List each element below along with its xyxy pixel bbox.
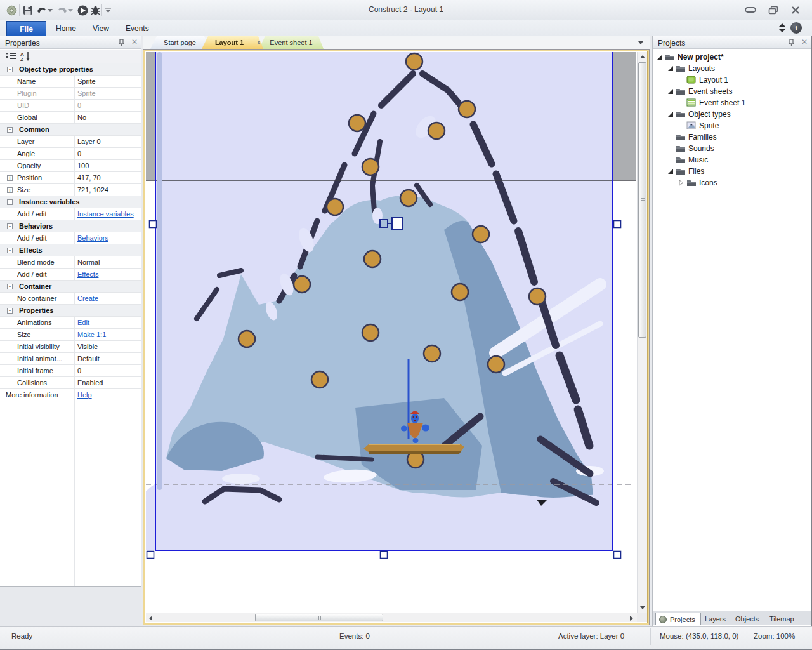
- collapse-icon[interactable]: -: [7, 223, 13, 229]
- collapse-icon[interactable]: -: [7, 308, 13, 314]
- property-row[interactable]: NameSprite: [0, 76, 141, 88]
- property-link[interactable]: Make 1:1: [77, 331, 106, 338]
- coin-sprite[interactable]: [349, 115, 365, 131]
- property-link[interactable]: Edit: [77, 319, 89, 326]
- property-row[interactable]: Initial frame0: [0, 365, 141, 377]
- tree-item-files[interactable]: Files: [653, 166, 811, 177]
- property-value[interactable]: Sprite: [74, 88, 140, 100]
- property-category-row[interactable]: -Effects: [0, 244, 141, 256]
- pin-icon[interactable]: [118, 39, 126, 46]
- coin-sprite[interactable]: [400, 190, 417, 206]
- tree-expander-icon[interactable]: [667, 168, 674, 175]
- property-row[interactable]: SizeMake 1:1: [0, 329, 141, 341]
- property-row[interactable]: +Size721, 1024: [0, 184, 141, 196]
- tree-expander-icon[interactable]: [667, 111, 674, 117]
- property-value[interactable]: Layer 0: [74, 136, 140, 148]
- property-value[interactable]: Visible: [74, 341, 140, 353]
- collapse-icon[interactable]: -: [7, 127, 13, 133]
- property-row[interactable]: Blend modeNormal: [0, 256, 141, 269]
- collapse-icon[interactable]: -: [7, 67, 13, 72]
- coin-sprite[interactable]: [452, 284, 468, 300]
- property-link[interactable]: Effects: [77, 270, 98, 278]
- property-value[interactable]: 0: [74, 100, 140, 112]
- close-panel-icon[interactable]: ✕: [801, 38, 808, 46]
- tree-item-layout-1[interactable]: Layout 1: [653, 74, 811, 86]
- tree-item-layouts[interactable]: Layouts: [653, 63, 811, 74]
- property-row[interactable]: Add / editBehaviors: [0, 232, 141, 244]
- coin-sprite[interactable]: [362, 159, 379, 175]
- panel-tab-projects[interactable]: Projects: [655, 613, 701, 625]
- property-row[interactable]: +Position417, 70: [0, 172, 141, 184]
- selection-handle[interactable]: [381, 552, 388, 559]
- tree-expander-icon[interactable]: [667, 88, 674, 95]
- vertical-scrollbar[interactable]: [637, 52, 647, 613]
- property-link[interactable]: Instance variables: [77, 210, 134, 218]
- property-value[interactable]: 0: [74, 365, 140, 377]
- selection-handle[interactable]: [614, 221, 621, 228]
- info-button[interactable]: i: [790, 22, 802, 34]
- layout-canvas[interactable]: [146, 52, 636, 613]
- property-row[interactable]: Add / editInstance variables: [0, 208, 141, 220]
- panel-tab-objects[interactable]: Objects: [730, 613, 764, 625]
- tab-layout-1[interactable]: Layout 1 x: [202, 36, 263, 49]
- property-value[interactable]: 417, 70: [74, 172, 140, 184]
- vertical-scrollbar-thumb[interactable]: [638, 62, 646, 338]
- tree-item-families[interactable]: Families: [653, 131, 811, 143]
- ribbon-tab-events[interactable]: Events: [126, 24, 149, 33]
- pin-icon[interactable]: [788, 39, 796, 46]
- tree-expander-icon[interactable]: [678, 180, 684, 186]
- property-row[interactable]: Opacity100: [0, 160, 141, 172]
- property-category-row[interactable]: -Container: [0, 281, 141, 293]
- property-row[interactable]: Initial animat...Default: [0, 353, 141, 365]
- tree-item-object-types[interactable]: Object types: [653, 109, 811, 120]
- property-value[interactable]: 0: [74, 148, 140, 160]
- tree-item-sprite[interactable]: Sprite: [653, 120, 811, 131]
- ribbon-tab-home[interactable]: Home: [56, 24, 76, 33]
- coin-sprite[interactable]: [488, 356, 504, 373]
- property-value[interactable]: Default: [74, 353, 140, 365]
- collapse-icon[interactable]: -: [7, 199, 13, 205]
- close-panel-icon[interactable]: ✕: [131, 38, 138, 46]
- tree-item-new-project[interactable]: New project*: [653, 51, 811, 63]
- property-row[interactable]: CollisionsEnabled: [0, 377, 141, 389]
- coin-sprite[interactable]: [428, 123, 445, 139]
- collapse-icon[interactable]: -: [7, 248, 13, 253]
- panel-tab-tilemap[interactable]: Tilemap: [764, 613, 799, 625]
- property-link[interactable]: Behaviors: [77, 234, 108, 242]
- coin-sprite[interactable]: [239, 331, 255, 347]
- coin-sprite[interactable]: [327, 199, 343, 215]
- scroll-left-icon[interactable]: [149, 616, 152, 621]
- coin-sprite[interactable]: [424, 345, 440, 362]
- property-value[interactable]: 100: [74, 160, 140, 172]
- property-row[interactable]: Add / editEffects: [0, 269, 141, 281]
- restore-button[interactable]: [766, 4, 780, 16]
- property-row[interactable]: GlobalNo: [0, 112, 141, 124]
- tree-item-event-sheet-1[interactable]: Event sheet 1: [653, 97, 811, 109]
- property-row[interactable]: LayerLayer 0: [0, 136, 141, 148]
- property-value[interactable]: Enabled: [74, 377, 140, 389]
- property-row[interactable]: UID0: [0, 100, 141, 112]
- property-link[interactable]: Create: [77, 295, 98, 302]
- tab-event-sheet-1[interactable]: Event sheet 1: [259, 36, 324, 49]
- property-row[interactable]: More informationHelp: [0, 389, 141, 401]
- coin-sprite[interactable]: [294, 276, 310, 293]
- tab-start-page[interactable]: Start page: [150, 36, 209, 49]
- property-category-row[interactable]: -Properties: [0, 305, 141, 317]
- expand-icon[interactable]: +: [7, 187, 13, 193]
- selection-handle[interactable]: [147, 552, 154, 559]
- tree-item-sounds[interactable]: Sounds: [653, 143, 811, 154]
- collapse-icon[interactable]: -: [7, 284, 13, 289]
- coin-sprite[interactable]: [311, 371, 328, 388]
- ribbon-tab-file[interactable]: File: [6, 21, 46, 36]
- tree-expander-icon[interactable]: [657, 54, 663, 60]
- tree-item-music[interactable]: Music: [653, 154, 811, 166]
- property-row[interactable]: Initial visibilityVisible: [0, 341, 141, 353]
- property-category-row[interactable]: -Behaviors: [0, 220, 141, 232]
- property-link[interactable]: Help: [77, 391, 92, 399]
- scroll-right-icon[interactable]: [630, 616, 633, 621]
- property-category-row[interactable]: -Common: [0, 124, 141, 136]
- panel-tab-layers[interactable]: Layers: [700, 613, 731, 625]
- selection-handle[interactable]: [614, 552, 621, 559]
- ribbon-tab-view[interactable]: View: [93, 24, 109, 33]
- tab-list-dropdown-icon[interactable]: [638, 41, 643, 44]
